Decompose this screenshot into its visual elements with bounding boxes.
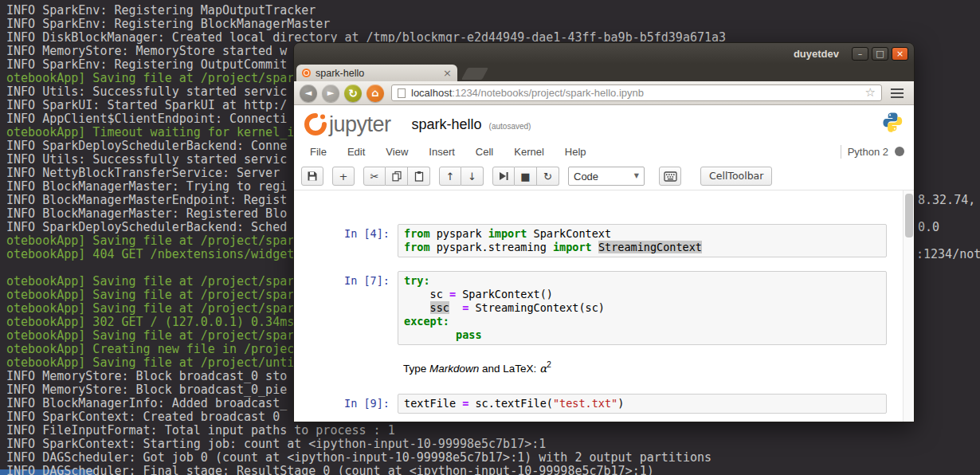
latex-alpha: α xyxy=(539,362,547,375)
code-text: ) xyxy=(617,397,624,410)
floppy-icon xyxy=(307,171,318,182)
keyword: import xyxy=(553,241,592,253)
input-prompt: In [7]: xyxy=(294,271,398,345)
browser-tab[interactable]: spark-hello × xyxy=(296,65,457,81)
operator: = xyxy=(449,288,456,300)
restart-kernel-button[interactable]: ↻ xyxy=(537,167,559,186)
code-text: sc xyxy=(404,288,449,300)
home-button[interactable]: ⌂ xyxy=(367,84,384,102)
maximize-button[interactable]: □ xyxy=(872,47,888,61)
terminal-line: INFO SparkEnv: Registering BlockManagerM… xyxy=(6,18,726,31)
notebook-toolbar: + ✂ ↑ ↓ xyxy=(294,163,914,190)
menu-help[interactable]: Help xyxy=(555,143,597,161)
kernel-indicator: Python 2 xyxy=(841,145,904,159)
move-cell-down-button[interactable]: ↓ xyxy=(461,167,484,186)
code-text: pyspark.streaming xyxy=(430,241,553,253)
paste-cell-button[interactable] xyxy=(408,167,430,186)
markdown-cell[interactable]: Type Markdown and LaTeX: α2 xyxy=(294,359,903,375)
back-button[interactable]: ◄ xyxy=(300,84,317,102)
command-palette-button[interactable] xyxy=(659,167,681,186)
cell-list: In [4]: from pyspark import SparkContext… xyxy=(294,190,903,422)
input-prompt xyxy=(294,359,398,375)
keyword: except: xyxy=(404,315,449,328)
terminal-line: INFO FileInputFormat: Total input paths … xyxy=(6,424,726,438)
code-input[interactable]: textFile = sc.textFile("test.txt") xyxy=(398,394,887,414)
menu-insert[interactable]: Insert xyxy=(418,143,465,161)
menu-view[interactable]: View xyxy=(375,143,418,161)
markdown-content: Type Markdown and LaTeX: α2 xyxy=(398,359,887,375)
reload-button[interactable]: ↻ xyxy=(344,84,362,102)
kernel-name: Python 2 xyxy=(848,146,888,158)
input-prompt: In [9]: xyxy=(294,394,398,414)
window-titlebar[interactable]: duyetdev – □ × xyxy=(294,43,914,64)
move-cell-up-button[interactable]: ↑ xyxy=(439,167,461,186)
bookmark-star-icon[interactable]: ☆ xyxy=(865,87,876,99)
code-text: StreamingContext(sc) xyxy=(468,301,605,314)
highlighted-token: ssc xyxy=(430,301,449,314)
menu-edit[interactable]: Edit xyxy=(337,143,375,161)
menu-kernel[interactable]: Kernel xyxy=(504,143,555,161)
keyboard-icon xyxy=(664,171,677,182)
jupyter-logo[interactable]: jupyter xyxy=(304,112,391,137)
url-host: localhost xyxy=(411,87,452,99)
terminal-line: INFO DAGScheduler: Got job 0 (count at <… xyxy=(6,451,726,465)
jupyter-favicon-icon xyxy=(302,69,311,77)
keyword: from xyxy=(404,241,430,253)
browser-window: duyetdev – □ × spark-hello × ◄ ► ↻ ⌂ loc… xyxy=(293,42,915,422)
menu-file[interactable]: File xyxy=(300,143,337,161)
copy-cell-button[interactable] xyxy=(386,167,408,186)
new-tab-button[interactable] xyxy=(461,68,488,80)
address-bar[interactable]: localhost :1234/notebooks/project/spark-… xyxy=(391,84,882,101)
stop-kernel-button[interactable]: ■ xyxy=(515,167,537,186)
add-cell-button[interactable]: + xyxy=(332,167,355,186)
run-cell-button[interactable] xyxy=(492,167,515,186)
python-logo-icon xyxy=(882,112,903,135)
code-text xyxy=(404,301,430,314)
cut-cell-button[interactable]: ✂ xyxy=(363,167,386,186)
window-title: duyetdev xyxy=(794,48,839,60)
jupyter-page: jupyter spark-hello (autosaved) File Edi… xyxy=(294,105,914,422)
code-input[interactable]: try: sc = SparkContext() ssc = Streaming… xyxy=(398,271,887,345)
scrollbar-thumb[interactable] xyxy=(905,194,913,238)
code-input[interactable]: from pyspark import SparkContextfrom pys… xyxy=(398,224,887,257)
terminal-fragment: :1234/not xyxy=(916,248,980,261)
code-text: pyspark xyxy=(430,227,488,240)
browser-menu-icon[interactable] xyxy=(886,84,908,102)
autosave-status: (autosaved) xyxy=(489,119,531,131)
menu-cell[interactable]: Cell xyxy=(465,143,504,161)
paste-icon xyxy=(414,171,425,182)
cell-type-select[interactable]: Code ▼ xyxy=(568,167,645,186)
input-prompt: In [4]: xyxy=(294,224,398,257)
save-button[interactable] xyxy=(301,167,323,186)
jupyter-logo-icon xyxy=(304,112,327,136)
notebook-title[interactable]: spark-hello xyxy=(412,116,482,133)
code-text: textFile xyxy=(404,397,462,410)
browser-navbar: ◄ ► ↻ ⌂ localhost :1234/notebooks/projec… xyxy=(294,81,914,105)
keyword: try: xyxy=(404,274,430,287)
code-text xyxy=(592,241,598,253)
code-cell: In [7]: try: sc = SparkContext() ssc = S… xyxy=(294,271,903,345)
keyword: pass xyxy=(456,328,482,341)
tab-strip: spark-hello × xyxy=(294,64,914,81)
copy-icon xyxy=(391,171,402,182)
markdown-italic: Markdown xyxy=(429,363,479,375)
code-text xyxy=(404,328,456,341)
terminal-line: INFO SparkContext: Starting job: count a… xyxy=(6,438,726,451)
minimize-button[interactable]: – xyxy=(852,47,868,61)
divider xyxy=(841,145,841,159)
terminal-fragment: 0.0 xyxy=(918,221,939,234)
kernel-status-icon xyxy=(895,147,904,156)
cell-toolbar-button[interactable]: CellToolbar xyxy=(700,167,772,186)
code-cell: In [4]: from pyspark import SparkContext… xyxy=(294,224,903,257)
close-button[interactable]: × xyxy=(892,47,908,61)
tab-close-icon[interactable]: × xyxy=(443,68,452,78)
run-icon xyxy=(498,171,509,182)
code-text: SparkContext xyxy=(527,227,611,240)
forward-button[interactable]: ► xyxy=(322,84,339,102)
code-text: sc.textFile( xyxy=(468,397,553,410)
chevron-down-icon: ▼ xyxy=(634,173,639,179)
desktop: INFO SparkEnv: Registering MapOutputTrac… xyxy=(0,0,980,475)
code-text xyxy=(449,301,462,314)
string-literal: "test.txt" xyxy=(553,397,617,410)
notebook-scrollbar[interactable] xyxy=(903,190,914,422)
